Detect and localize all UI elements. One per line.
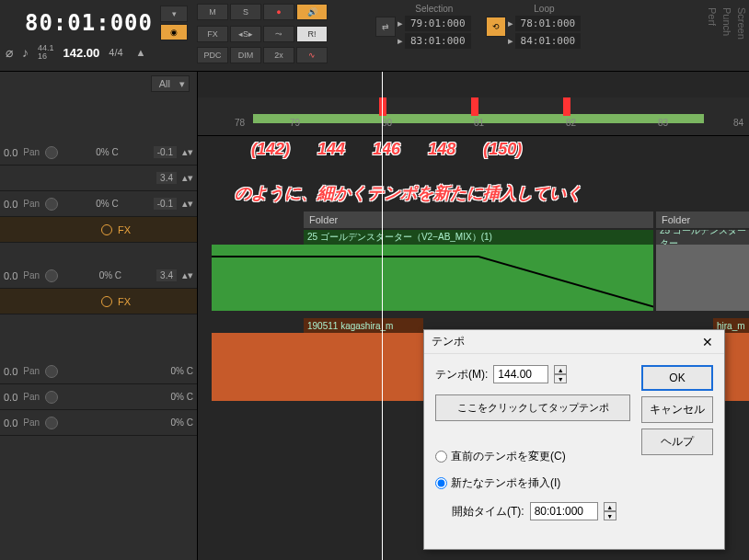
pdc-button[interactable]: PDC — [197, 47, 228, 63]
clip-header[interactable]: 25 ゴールデンスターター — [656, 230, 749, 245]
track-vol: 0.0 — [4, 270, 17, 281]
selection-start[interactable]: 79:01:000 — [405, 16, 471, 31]
spinner-up[interactable]: ▲ — [604, 502, 616, 511]
sel-link-icon[interactable]: ⇄ — [375, 17, 396, 37]
radio-change-label: 直前のテンポを変更(C) — [451, 449, 566, 464]
tempo-marker[interactable] — [563, 97, 570, 116]
track-row[interactable]: 0.0 Pan 0% C — [0, 359, 197, 384]
clip-header[interactable]: 190511 kagashira_m — [304, 318, 423, 333]
bit-depth: 16 — [38, 52, 54, 61]
tempo-marker[interactable] — [471, 97, 478, 116]
track-row[interactable]: 0.0 Pan 0% C -0.1▴▾ — [0, 140, 197, 166]
close-icon[interactable]: ✕ — [698, 333, 717, 351]
fx-label: FX — [118, 224, 131, 235]
loop-start[interactable]: 78:01:000 — [515, 16, 582, 31]
folder-header[interactable]: Folder — [656, 211, 749, 228]
record-button[interactable]: ● — [263, 4, 294, 20]
wave-button[interactable]: ∿ — [296, 47, 328, 63]
vol-knob[interactable] — [45, 391, 58, 404]
help-button[interactable]: ヘルプ — [641, 429, 713, 455]
fx-row[interactable]: FX — [0, 217, 197, 243]
vol-knob[interactable] — [45, 146, 58, 159]
ri-button[interactable]: R! — [296, 26, 328, 42]
audio-clip[interactable] — [212, 333, 423, 401]
spinner-down[interactable]: ▼ — [604, 511, 616, 520]
fx-chain-button[interactable]: ⤳ — [263, 26, 294, 42]
vol-knob[interactable] — [45, 365, 58, 378]
counter-orange-btn[interactable]: ◉ — [160, 24, 188, 40]
ruler-tick: 84 — [733, 118, 743, 128]
sel-end-icon: ▸ — [398, 35, 403, 47]
ruler-tick: 78 — [235, 118, 245, 128]
fx-button[interactable]: FX — [197, 26, 228, 42]
fx-label: FX — [118, 296, 131, 307]
fx-power-icon[interactable] — [101, 296, 112, 307]
loop-toggle[interactable]: ⟲ — [486, 17, 506, 37]
track-row[interactable]: 3.4▴▾ — [0, 166, 197, 191]
pan-value: 0% C — [171, 392, 193, 402]
ruler-tick: 82 — [566, 118, 576, 128]
radio-insert-new[interactable] — [435, 477, 447, 489]
main-time-counter[interactable]: 80:01:000 — [25, 10, 153, 36]
vol-knob[interactable] — [45, 269, 58, 282]
loop-label: Loop — [508, 4, 582, 14]
mute-button[interactable]: M — [197, 4, 228, 20]
gain-value[interactable]: -0.1 — [154, 146, 177, 158]
gain-value[interactable]: 3.4 — [156, 269, 177, 281]
pan-label: Pan — [23, 147, 40, 157]
track-row[interactable]: 0.0 Pan 0% C -0.1▴▾ — [0, 191, 197, 217]
punch-tab[interactable]: Punch — [720, 0, 734, 71]
tempo-marker[interactable] — [379, 97, 386, 116]
timeline-ruler[interactable]: 78 79 80 81 82 83 84 — [198, 97, 749, 136]
vol-knob[interactable] — [45, 417, 58, 429]
selection-end[interactable]: 83:01:000 — [405, 33, 471, 49]
metronome-toggle-icon[interactable]: ▲ — [136, 47, 146, 58]
fx-row[interactable]: FX — [0, 289, 197, 314]
gain-value[interactable]: -0.1 — [154, 198, 177, 210]
audio-clip[interactable] — [656, 245, 749, 311]
2x-button[interactable]: 2x — [263, 47, 294, 63]
speaker-button[interactable]: 🔊 — [296, 4, 328, 20]
perf-tab[interactable]: Perf — [705, 0, 720, 71]
pan-label: Pan — [23, 366, 40, 376]
loop-end[interactable]: 84:01:000 — [515, 33, 582, 49]
track-row[interactable]: 0.0 Pan 0% C — [0, 410, 197, 436]
clip-header[interactable]: 25 ゴールデンスターター（V2−AB_MIX）(1) — [304, 230, 653, 245]
timesig-display[interactable]: 4/4 — [109, 47, 122, 58]
fx-power-icon[interactable] — [101, 224, 112, 235]
pan-value: 0% C — [96, 199, 118, 209]
tap-tempo-button[interactable]: ここをクリックしてタップテンポ — [435, 394, 630, 421]
pan-value: 0% C — [96, 147, 118, 157]
vol-knob[interactable] — [45, 198, 58, 211]
counter-mode-btn[interactable]: ▾ — [160, 6, 188, 22]
tuning-fork-icon[interactable]: ♪ — [22, 45, 29, 60]
spinner-down[interactable]: ▼ — [554, 374, 567, 383]
playhead[interactable] — [382, 72, 383, 560]
spinner-up[interactable]: ▲ — [554, 365, 567, 374]
track-vol: 0.0 — [4, 147, 17, 158]
metronome-icon[interactable]: ⌀ — [6, 45, 13, 60]
radio-change-prev[interactable] — [435, 451, 447, 463]
tempo-display[interactable]: 142.00 — [63, 46, 100, 60]
pan-label: Pan — [23, 199, 40, 209]
loop-start-icon: ▸ — [508, 17, 513, 29]
ruler-tick: 83 — [658, 118, 668, 128]
folder-header[interactable]: Folder — [304, 211, 653, 228]
loop-end-icon: ▸ — [508, 35, 513, 47]
annotation-text: のように、細かくテンポを新たに挿入していく — [235, 182, 582, 204]
track-row[interactable]: 0.0 Pan 0% C 3.4▴▾ — [0, 263, 197, 289]
dialog-title: テンポ — [432, 334, 465, 349]
dim-button[interactable]: DIM — [230, 47, 261, 63]
solo-button[interactable]: S — [230, 4, 261, 20]
tempo-input[interactable] — [493, 365, 548, 383]
ok-button[interactable]: OK — [641, 365, 713, 391]
cancel-button[interactable]: キャンセル — [641, 396, 713, 423]
envelope-line[interactable] — [212, 256, 478, 257]
track-row[interactable]: 0.0 Pan 0% C — [0, 384, 197, 410]
screen-tab[interactable]: Screen — [734, 0, 749, 71]
track-filter-dropdown[interactable]: All — [151, 75, 190, 92]
track-vol: 0.0 — [4, 392, 17, 403]
gain-value[interactable]: 3.4 — [156, 172, 177, 184]
start-time-input[interactable] — [530, 502, 598, 520]
stereo-button[interactable]: ◂S▸ — [230, 26, 261, 42]
